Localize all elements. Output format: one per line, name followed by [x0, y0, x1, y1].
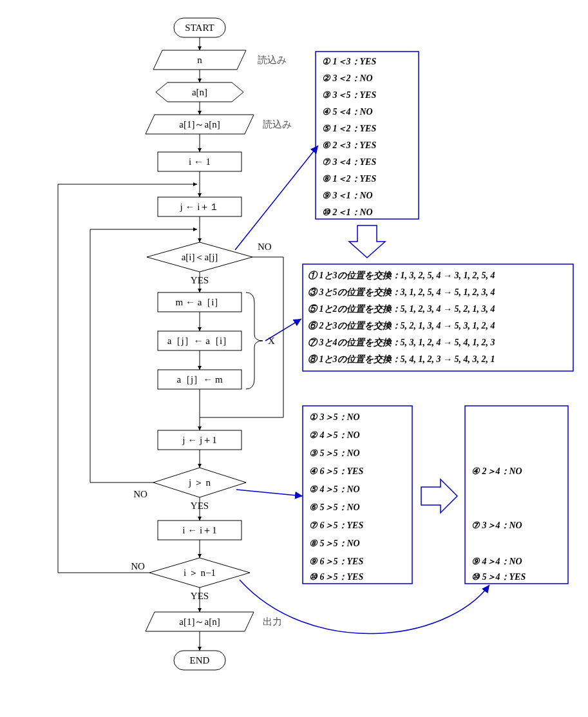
svg-text:a［j］← m: a［j］← m	[176, 374, 223, 385]
svg-text:⑤ 1＜2：YES: ⑤ 1＜2：YES	[322, 124, 376, 133]
svg-text:③ 3＜5：YES: ③ 3＜5：YES	[322, 90, 376, 100]
output-array: a[1]～a[n] 出力	[146, 612, 282, 631]
svg-text:④ 5＜4：NO: ④ 5＜4：NO	[322, 107, 373, 117]
svg-text:a[i]＜a[j]: a[i]＜a[j]	[182, 252, 218, 262]
i-inc: i ← i＋1	[158, 521, 242, 540]
svg-marker-91	[421, 479, 457, 513]
svg-line-69	[235, 146, 318, 250]
svg-text:⑩ 5＞4：YES: ⑩ 5＞4：YES	[471, 572, 526, 582]
svg-text:⑩ 6＞5：YES: ⑩ 6＞5：YES	[309, 572, 363, 582]
svg-text:⑨ 6＞5：YES: ⑨ 6＞5：YES	[309, 557, 363, 566]
trace-box-1: ① 1＜3：YES ② 3＜2：NO ③ 3＜5：YES ④ 5＜4：NO ⑤ …	[316, 52, 419, 219]
trace-box-4: ④ 2＞4：NO ⑦ 3＞4：NO ⑨ 4＞4：NO ⑩ 5＞4：YES	[465, 406, 568, 584]
svg-text:③ 5＞5：NO: ③ 5＞5：NO	[309, 448, 360, 458]
svg-text:① 1と3の位置を交換：1, 3, 2, 5, 4 → 3,: ① 1と3の位置を交換：1, 3, 2, 5, 4 → 3, 1, 2, 5, …	[308, 270, 495, 280]
svg-text:出力: 出力	[263, 617, 282, 627]
svg-text:⑧ 1＜2：YES: ⑧ 1＜2：YES	[322, 174, 376, 184]
svg-text:⑦ 3＜4：YES: ⑦ 3＜4：YES	[322, 157, 376, 167]
svg-marker-70	[349, 225, 385, 258]
end-node: END	[174, 651, 225, 670]
j-inc: j ← j＋1	[158, 430, 242, 450]
svg-text:⑦ 6＞5：YES: ⑦ 6＞5：YES	[309, 521, 363, 530]
svg-text:④ 2＞4：NO: ④ 2＞4：NO	[471, 466, 522, 476]
svg-text:i ＞ n−1: i ＞ n−1	[184, 568, 216, 578]
svg-text:m ← a［i］: m ← a［i］	[176, 297, 224, 307]
svg-text:j ＞ n: j ＞ n	[188, 477, 211, 488]
svg-text:② 4＞5：NO: ② 4＞5：NO	[309, 430, 360, 440]
svg-text:⑨ 3＜1：NO: ⑨ 3＜1：NO	[322, 191, 373, 200]
arrow-box1-box2	[349, 225, 385, 258]
input-n: n 読込み	[153, 50, 287, 70]
svg-text:n: n	[197, 55, 202, 65]
svg-text:⑥ 5＞5：NO: ⑥ 5＞5：NO	[309, 502, 360, 512]
input-array: a[1]～a[n] 読込み	[146, 115, 292, 134]
aj-m: a［j］← m	[158, 370, 242, 389]
svg-text:③ 3と5の位置を交換：3, 1, 2, 5, 4 → 5,: ③ 3と5の位置を交換：3, 1, 2, 5, 4 → 5, 1, 2, 3, …	[308, 287, 495, 297]
svg-text:END: END	[190, 655, 210, 665]
svg-text:a[1]～a[n]: a[1]～a[n]	[179, 119, 220, 129]
trace-box-3: ① 3＞5：NO ② 4＞5：NO ③ 5＞5：NO ④ 6＞5：YES ⑤ 4…	[303, 406, 412, 584]
svg-text:⑥ 2＜3：YES: ⑥ 2＜3：YES	[322, 140, 376, 150]
flowchart-diagram: START n 読込み a[n] a[1]～a[n] 読込み i ← 1 j ←…	[0, 0, 588, 717]
m-assign: m ← a［i］	[158, 292, 242, 312]
svg-text:② 3＜2：NO: ② 3＜2：NO	[322, 73, 373, 83]
svg-text:NO: NO	[131, 561, 145, 571]
trace-box-2: ① 1と3の位置を交換：1, 3, 2, 5, 4 → 3, 1, 2, 5, …	[303, 264, 573, 371]
svg-text:読込み: 読込み	[258, 55, 287, 65]
svg-text:i ← i＋1: i ← i＋1	[182, 525, 216, 535]
svg-text:④ 6＞5：YES: ④ 6＞5：YES	[309, 466, 363, 476]
svg-text:⑤ 1と2の位置を交換：5, 1, 2, 3, 4 → 5,: ⑤ 1と2の位置を交換：5, 1, 2, 3, 4 → 5, 2, 1, 3, …	[308, 303, 495, 314]
start-node: START	[174, 18, 225, 37]
prep-a: a[n]	[156, 82, 243, 102]
svg-text:a［j］← a［i］: a［j］← a［i］	[167, 336, 232, 346]
svg-text:NO: NO	[133, 489, 147, 499]
arrow-box3-box4	[421, 479, 457, 513]
svg-text:⑧ 5＞5：NO: ⑧ 5＞5：NO	[309, 539, 360, 548]
svg-text:j ← j＋1: j ← j＋1	[182, 435, 216, 445]
svg-text:a[n]: a[n]	[192, 87, 207, 97]
svg-line-90	[236, 490, 303, 496]
j-init: j ← i＋１	[158, 197, 242, 216]
i-init: i ← 1	[158, 152, 242, 171]
svg-text:⑤ 4＞5：NO: ⑤ 4＞5：NO	[309, 484, 360, 494]
decision-compare: a[i]＜a[j] YES NO	[147, 242, 272, 285]
svg-text:NO: NO	[258, 242, 272, 252]
svg-text:読込み: 読込み	[263, 119, 292, 129]
svg-text:⑦ 3＞4：NO: ⑦ 3＞4：NO	[471, 521, 522, 530]
aj-ai: a［j］← a［i］	[158, 331, 242, 350]
svg-text:j ← i＋１: j ← i＋１	[180, 202, 220, 212]
svg-text:a[1]～a[n]: a[1]～a[n]	[179, 617, 220, 627]
svg-text:⑥ 2と3の位置を交換：5, 2, 1, 3, 4 → 5,: ⑥ 2と3の位置を交換：5, 2, 1, 3, 4 → 5, 3, 1, 2, …	[308, 320, 495, 330]
svg-text:⑧ 1と3の位置を交換：5, 4, 1, 2, 3 → 5,: ⑧ 1と3の位置を交換：5, 4, 1, 2, 3 → 5, 4, 3, 2, …	[308, 354, 495, 364]
svg-text:⑨ 4＞4：NO: ⑨ 4＞4：NO	[471, 557, 522, 566]
svg-text:i ← 1: i ← 1	[189, 157, 211, 167]
decision-iloop: i ＞ n−1 YES NO	[131, 558, 250, 601]
svg-text:START: START	[185, 23, 214, 33]
svg-text:① 1＜3：YES: ① 1＜3：YES	[322, 57, 376, 66]
svg-text:⑦ 3と4の位置を交換：5, 3, 1, 2, 4 → 5,: ⑦ 3と4の位置を交換：5, 3, 1, 2, 4 → 5, 4, 1, 2, …	[308, 337, 495, 347]
svg-text:① 3＞5：NO: ① 3＞5：NO	[309, 412, 360, 422]
decision-jloop: j ＞ n YES NO	[133, 468, 246, 511]
svg-text:⑩ 2＜1：NO: ⑩ 2＜1：NO	[322, 207, 373, 217]
